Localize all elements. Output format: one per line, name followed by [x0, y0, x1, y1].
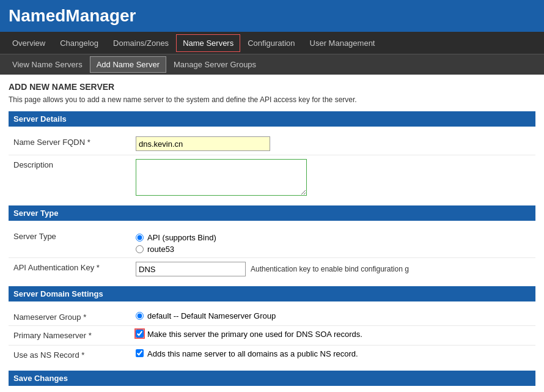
description-cell	[131, 155, 535, 200]
server-type-options: API (supports Bind) route53	[131, 227, 535, 258]
primary-nameserver-cell: Make this server the primary one used fo…	[131, 326, 535, 346]
server-details-table: Name Server FQDN * Description	[9, 133, 535, 199]
nameserver-group-label: Nameserver Group *	[9, 308, 131, 326]
fqdn-label: Name Server FQDN *	[9, 133, 131, 155]
server-domain-header: Server Domain Settings	[9, 286, 535, 301]
nav-name-servers[interactable]: Name Servers	[176, 34, 240, 52]
primary-nameserver-label: Primary Nameserver *	[9, 326, 131, 346]
fqdn-cell	[131, 133, 535, 155]
nav-configuration[interactable]: Configuration	[240, 34, 302, 53]
api-key-input[interactable]	[136, 262, 246, 276]
nameserver-group-row: Nameserver Group * default -- Default Na…	[9, 308, 535, 326]
server-type-radio-group: API (supports Bind) route53	[136, 231, 531, 254]
radio-route53-option[interactable]: route53	[136, 245, 531, 254]
radio-api-label: API (supports Bind)	[147, 233, 216, 242]
description-row: Description	[9, 155, 535, 200]
page-description: This page allows you to add a new name s…	[9, 95, 535, 104]
fqdn-input[interactable]	[136, 136, 270, 151]
primary-nameserver-row: Primary Nameserver * Make this server th…	[9, 326, 535, 346]
use-as-ns-checkbox[interactable]	[136, 349, 144, 357]
server-details-header: Server Details	[9, 111, 535, 127]
api-key-row-inner: Authentication key to enable bind config…	[136, 262, 531, 276]
sub-nav: View Name Servers Add Name Server Manage…	[0, 54, 544, 75]
nameserver-group-value: default -- Default Nameserver Group	[147, 311, 276, 320]
radio-route53-label: route53	[147, 245, 174, 254]
server-domain-table: Nameserver Group * default -- Default Na…	[9, 308, 535, 364]
page-title: ADD NEW NAME SERVER	[9, 82, 535, 92]
primary-nameserver-checkbox-label: Make this server the primary one used fo…	[147, 330, 362, 339]
nav-overview[interactable]: Overview	[5, 34, 53, 53]
api-key-cell: Authentication key to enable bind config…	[131, 258, 535, 281]
use-as-ns-option[interactable]: Adds this name server to all domains as …	[136, 349, 531, 358]
server-type-label: Server Type	[9, 227, 131, 258]
sub-nav-manage-server-groups[interactable]: Manage Server Groups	[166, 56, 263, 73]
nav-domains-zones[interactable]: Domains/Zones	[106, 34, 176, 53]
nameserver-group-option[interactable]: default -- Default Nameserver Group	[136, 311, 531, 320]
description-input[interactable]	[136, 159, 307, 196]
nav-user-management[interactable]: User Management	[303, 34, 383, 53]
api-key-hint: Authentication key to enable bind config…	[251, 265, 409, 273]
use-as-ns-label: Use as NS Record *	[9, 346, 131, 365]
server-type-table: Server Type API (supports Bind) route53 …	[9, 227, 535, 280]
nameserver-group-radio[interactable]	[136, 312, 144, 320]
use-as-ns-row: Use as NS Record * Adds this name server…	[9, 346, 535, 365]
save-changes-header: Save Changes	[9, 371, 535, 386]
radio-route53[interactable]	[136, 245, 144, 253]
app-title: NamedManager	[9, 6, 535, 26]
main-nav: Overview Changelog Domains/Zones Name Se…	[0, 32, 544, 54]
api-key-label: API Authentication Key *	[9, 258, 131, 281]
fqdn-row: Name Server FQDN *	[9, 133, 535, 155]
sub-nav-view-name-servers[interactable]: View Name Servers	[5, 56, 90, 73]
radio-api-option[interactable]: API (supports Bind)	[136, 233, 531, 242]
nameserver-group-cell: default -- Default Nameserver Group	[131, 308, 535, 326]
server-type-header: Server Type	[9, 205, 535, 221]
api-key-row: API Authentication Key * Authentication …	[9, 258, 535, 281]
server-type-row: Server Type API (supports Bind) route53	[9, 227, 535, 258]
app-header: NamedManager	[0, 0, 544, 32]
primary-nameserver-checkbox[interactable]	[136, 330, 144, 338]
sub-nav-add-name-server[interactable]: Add Name Server	[90, 56, 166, 73]
primary-nameserver-option[interactable]: Make this server the primary one used fo…	[136, 330, 531, 339]
nav-changelog[interactable]: Changelog	[53, 34, 106, 53]
description-label: Description	[9, 155, 131, 200]
use-as-ns-cell: Adds this name server to all domains as …	[131, 346, 535, 365]
radio-api[interactable]	[136, 234, 144, 242]
main-content: ADD NEW NAME SERVER This page allows you…	[0, 75, 544, 392]
use-as-ns-checkbox-label: Adds this name server to all domains as …	[147, 349, 358, 358]
